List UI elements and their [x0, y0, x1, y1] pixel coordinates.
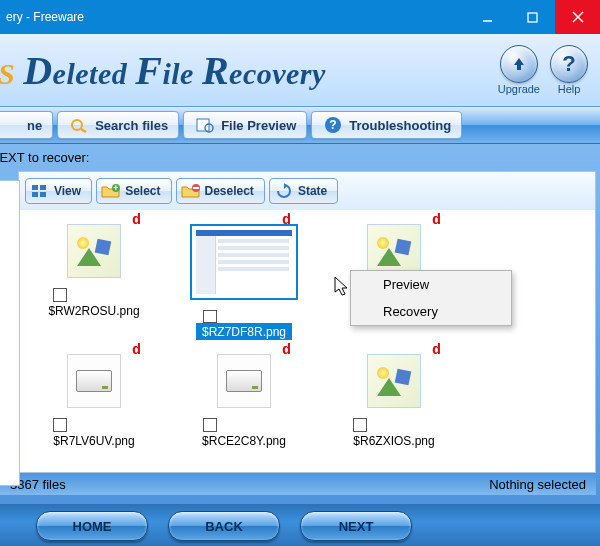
- refresh-icon: [274, 182, 294, 200]
- tab-label: Search files: [95, 118, 168, 133]
- photo-thumbnail: [367, 354, 421, 408]
- window-titlebar: ery - Freeware: [0, 0, 600, 34]
- upgrade-button[interactable]: Upgrade: [498, 45, 540, 95]
- tree-item[interactable]: nsferHost: [0, 302, 19, 319]
- tab-home-partial[interactable]: ne: [0, 111, 53, 139]
- folder-minus-icon: [181, 182, 201, 200]
- deleted-flag-icon: d: [432, 212, 441, 229]
- svg-rect-13: [40, 192, 46, 197]
- tree-item[interactable]: −vs: [0, 353, 19, 370]
- close-button[interactable]: [555, 0, 600, 34]
- cursor-icon: [334, 276, 352, 298]
- maximize-button[interactable]: [510, 0, 555, 34]
- svg-rect-10: [32, 185, 38, 190]
- back-nav-button[interactable]: BACK: [168, 511, 280, 541]
- select-button[interactable]: + Select: [96, 178, 171, 204]
- svg-line-5: [81, 129, 86, 132]
- svg-point-4: [72, 120, 82, 130]
- state-button[interactable]: State: [269, 178, 338, 204]
- tree-item[interactable]: 5-21-3279507: [0, 217, 19, 234]
- upgrade-icon: [500, 45, 538, 83]
- file-item[interactable]: d$R7LV6UV.png: [19, 340, 169, 470]
- search-icon: [68, 116, 90, 134]
- file-item[interactable]: d$RW2ROSU.png: [19, 210, 169, 340]
- file-name: $RW2ROSU.png: [42, 302, 145, 320]
- folder-tree[interactable]: )e.Bin5-21-3279507s1n Filesn Files (x86)…: [0, 180, 20, 486]
- logo-letter: S: [0, 57, 15, 90]
- deselect-button[interactable]: Deselect: [176, 178, 265, 204]
- btn-label: State: [298, 184, 327, 198]
- svg-rect-11: [40, 185, 46, 190]
- btn-label: View: [54, 184, 81, 198]
- drive-thumbnail: [217, 354, 271, 408]
- file-item[interactable]: d$RZ7DF8R.png: [169, 210, 319, 340]
- wizard-footer: HOME BACK NEXT: [0, 504, 600, 546]
- drive-thumbnail: [67, 354, 121, 408]
- help-icon: ?: [550, 45, 588, 83]
- svg-rect-12: [32, 192, 38, 197]
- tree-item[interactable]: n Files (x86): [0, 268, 19, 285]
- status-bar: 3367 files Nothing selected: [0, 473, 596, 495]
- file-checkbox[interactable]: [353, 418, 367, 432]
- help-label: Help: [558, 83, 581, 95]
- app-title: S Deleted File Recovery: [0, 47, 326, 94]
- status-selection: Nothing selected: [489, 477, 586, 492]
- file-name: $R7LV6UV.png: [47, 432, 140, 450]
- view-icon: [30, 182, 50, 200]
- window-title: ery - Freeware: [6, 10, 465, 24]
- preview-icon: [194, 116, 216, 134]
- tab-strip: ne Search files File Preview ? Troublesh…: [0, 107, 600, 144]
- svg-text:?: ?: [330, 118, 337, 132]
- file-checkbox[interactable]: [203, 418, 217, 432]
- svg-text:+: +: [114, 183, 119, 193]
- tree-item[interactable]: n Files: [0, 251, 19, 268]
- grid-toolbar: View + Select Deselect State: [19, 172, 595, 210]
- question-circle-icon: ?: [322, 116, 344, 134]
- tab-troubleshooting[interactable]: ? Troubleshooting: [311, 111, 462, 139]
- upgrade-label: Upgrade: [498, 83, 540, 95]
- tree-item[interactable]: ): [0, 183, 19, 200]
- tree-item[interactable]: e.Bin: [0, 200, 19, 217]
- close-icon: [572, 11, 584, 23]
- tree-item[interactable]: s1: [0, 234, 19, 251]
- context-menu: Preview Recovery: [350, 270, 512, 326]
- file-checkbox[interactable]: [53, 418, 67, 432]
- deleted-flag-icon: d: [132, 212, 141, 229]
- context-recovery[interactable]: Recovery: [351, 298, 511, 325]
- btn-label: Select: [125, 184, 160, 198]
- home-nav-button[interactable]: HOME: [36, 511, 148, 541]
- file-name: $RZ7DF8R.png: [196, 323, 292, 340]
- minimize-button[interactable]: [465, 0, 510, 34]
- btn-label: NEXT: [339, 519, 374, 534]
- view-button[interactable]: View: [25, 178, 92, 204]
- tree-item[interactable]: [0, 336, 19, 353]
- tab-label: ne: [27, 118, 42, 133]
- help-button[interactable]: ? Help: [550, 45, 588, 95]
- maximize-icon: [527, 12, 538, 23]
- tree-item[interactable]: Volume Infor: [0, 319, 19, 336]
- deleted-flag-icon: d: [282, 342, 291, 359]
- deleted-flag-icon: d: [432, 342, 441, 359]
- file-checkbox[interactable]: [53, 288, 67, 302]
- file-name: $RCE2C8Y.png: [196, 432, 292, 450]
- context-preview[interactable]: Preview: [351, 271, 511, 298]
- tab-file-preview[interactable]: File Preview: [183, 111, 307, 139]
- deleted-flag-icon: d: [282, 212, 291, 229]
- file-grid[interactable]: d$RW2ROSU.pngd$RZ7DF8R.pngd$RZCFNTR.pngd…: [19, 210, 595, 472]
- file-item[interactable]: d$RCE2C8Y.png: [169, 340, 319, 470]
- home-icon: [0, 116, 22, 134]
- minimize-icon: [482, 12, 493, 23]
- file-name: $R6ZXIOS.png: [347, 432, 440, 450]
- deleted-flag-icon: d: [132, 342, 141, 359]
- folder-plus-icon: +: [101, 182, 121, 200]
- file-checkbox[interactable]: [203, 310, 217, 323]
- tree-item[interactable]: −ws.old: [0, 370, 19, 387]
- tab-search-files[interactable]: Search files: [57, 111, 179, 139]
- svg-rect-17: [193, 187, 199, 189]
- btn-label: Deselect: [205, 184, 254, 198]
- photo-thumbnail: [67, 224, 121, 278]
- file-item[interactable]: d$R6ZXIOS.png: [319, 340, 469, 470]
- btn-label: HOME: [73, 519, 112, 534]
- next-nav-button[interactable]: NEXT: [300, 511, 412, 541]
- tree-item[interactable]: nData: [0, 285, 19, 302]
